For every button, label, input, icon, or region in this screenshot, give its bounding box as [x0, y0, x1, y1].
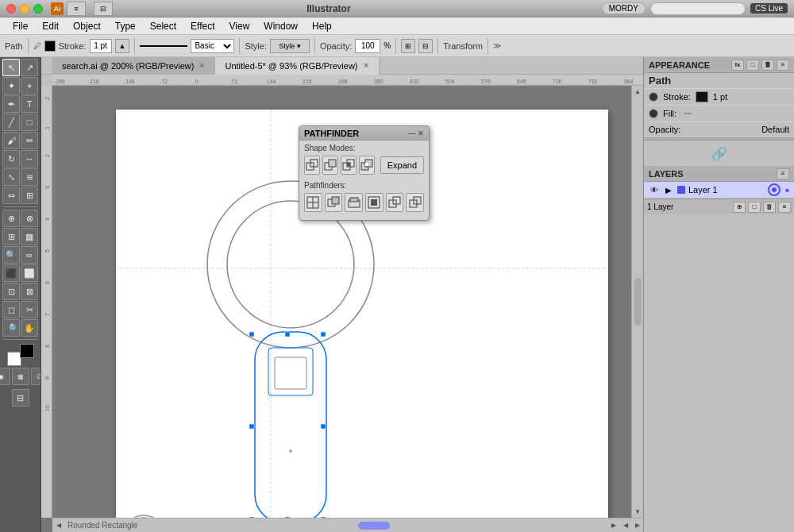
tool-pen[interactable]: ✒ — [2, 95, 20, 113]
tool-mesh[interactable]: ⊞ — [2, 228, 20, 245]
tool-hand[interactable]: ✋ — [21, 319, 38, 337]
stroke-weight-input[interactable] — [90, 39, 112, 53]
tool-live-paint[interactable]: ⬛ — [2, 264, 20, 282]
scroll-down-arrow[interactable]: ▼ — [632, 506, 644, 518]
cs-live-button[interactable]: CS Live — [750, 3, 788, 13]
stroke-weight-up[interactable]: ▲ — [115, 39, 130, 53]
unite-button[interactable] — [304, 156, 320, 175]
tab-untitled[interactable]: Untitled-5* @ 93% (RGB/Preview) ✕ — [215, 57, 379, 75]
exclude-button[interactable] — [359, 156, 375, 175]
layer-target-icon[interactable] — [768, 183, 781, 196]
menu-effect[interactable]: Effect — [184, 19, 221, 33]
minimize-button[interactable] — [20, 4, 29, 13]
fill-visibility-icon[interactable] — [649, 109, 658, 118]
tool-line[interactable]: ╱ — [2, 114, 20, 131]
outline-button[interactable] — [386, 193, 404, 212]
link-icon[interactable]: 🔗 — [711, 145, 727, 161]
tool-eyedropper[interactable]: 🔍 — [2, 246, 20, 264]
tool-gradient-mode[interactable]: ▦ — [12, 368, 29, 385]
menu-help[interactable]: Help — [306, 19, 338, 33]
scroll-page-up[interactable]: ▶ — [631, 519, 643, 531]
appearance-add-btn[interactable]: fx — [731, 60, 744, 71]
divide-button[interactable] — [304, 193, 322, 212]
menu-view[interactable]: View — [223, 19, 256, 33]
tool-warp[interactable]: ≋ — [21, 168, 38, 186]
tool-selection[interactable]: ↖ — [2, 59, 20, 76]
layer-options-btn[interactable]: ■ — [785, 187, 789, 194]
stroke-color-box[interactable] — [696, 91, 708, 102]
menu-edit[interactable]: Edit — [36, 19, 65, 33]
stroke-visibility-icon[interactable] — [649, 92, 658, 102]
tab-untitled-close[interactable]: ✕ — [363, 61, 369, 70]
delete-layer-btn[interactable]: 🗑 — [763, 202, 776, 213]
tab-search-close[interactable]: ✕ — [198, 61, 205, 70]
expand-button[interactable]: Expand — [380, 156, 424, 174]
stroke-color-swatch[interactable] — [44, 40, 56, 52]
tool-reflect[interactable]: ↔ — [21, 150, 38, 168]
appearance-trash-btn[interactable]: 🗑 — [761, 60, 774, 71]
new-layer-btn[interactable]: □ — [748, 202, 761, 213]
tab-search[interactable]: search.ai @ 200% (RGB/Preview) ✕ — [52, 57, 215, 75]
tool-magic-wand[interactable]: ✦ — [2, 77, 20, 94]
tool-live-paint-select[interactable]: ⬜ — [21, 264, 38, 282]
scroll-up-arrow[interactable]: ▲ — [632, 86, 644, 98]
tool-slice[interactable]: ⊠ — [21, 283, 38, 300]
menu-window[interactable]: Window — [257, 19, 304, 33]
tool-width[interactable]: ⇔ — [2, 187, 20, 204]
tool-rectangle[interactable]: □ — [21, 114, 38, 131]
tool-screen-mode[interactable]: ⊟ — [12, 389, 29, 407]
fill-dash-icon[interactable] — [681, 108, 694, 119]
stroke-color[interactable] — [20, 344, 34, 358]
style-select[interactable]: Style ▾ — [270, 39, 310, 53]
tool-zoom[interactable]: 🔎 — [2, 319, 20, 337]
panel-expand-icon[interactable]: ≫ — [493, 41, 501, 50]
tool-rotate[interactable]: ↻ — [2, 150, 20, 168]
menu-object[interactable]: Object — [67, 19, 107, 33]
layer-visibility-eye[interactable]: 👁 — [649, 184, 660, 195]
tool-lasso[interactable]: ⌖ — [21, 77, 38, 94]
tool-paintbrush[interactable]: 🖌 — [2, 132, 20, 149]
pathfinder-titlebar[interactable]: PATHFINDER — ✕ — [299, 126, 429, 141]
scroll-thumb-h[interactable] — [358, 522, 390, 530]
trim-button[interactable] — [325, 193, 343, 212]
tool-scissors[interactable]: ✂ — [21, 301, 38, 318]
menu-file[interactable]: File — [6, 19, 34, 33]
tool-perspective[interactable]: ⊗ — [21, 210, 38, 227]
tool-gradient[interactable]: ▦ — [21, 228, 38, 245]
tool-pencil[interactable]: ✏ — [21, 132, 38, 149]
canvas-viewport[interactable]: SOFTWARES ACADEMY PATHFINDER — ✕ Shape M… — [52, 86, 643, 518]
user-button[interactable]: MORDY — [602, 2, 646, 14]
close-button[interactable] — [6, 4, 16, 13]
scroll-thumb-v[interactable] — [634, 278, 642, 326]
menu-type[interactable]: Type — [109, 19, 142, 33]
tool-type[interactable]: T — [21, 95, 38, 113]
menu-select[interactable]: Select — [144, 19, 183, 33]
line-style-select[interactable]: Basic — [191, 39, 234, 53]
minus-front-button[interactable] — [322, 156, 338, 175]
tool-eraser[interactable]: ◻ — [2, 301, 20, 318]
tool-shape-builder[interactable]: ⊕ — [2, 210, 20, 227]
intersect-button[interactable] — [341, 156, 357, 175]
find-layer-btn[interactable]: ⊕ — [733, 202, 746, 213]
layer-1-row[interactable]: 👁 ▶ Layer 1 ■ — [644, 182, 794, 199]
tool-scale[interactable]: ⤡ — [2, 168, 20, 186]
scroll-track-h[interactable]: Rounded Rectangle — [64, 521, 607, 530]
tool-direct-selection[interactable]: ↗ — [21, 59, 38, 76]
crop-button[interactable] — [365, 193, 384, 212]
scroll-left-arrow[interactable]: ◀ — [52, 519, 64, 531]
tool-artboard[interactable]: ⊡ — [2, 283, 20, 300]
tool-color-mode[interactable]: ◉ — [0, 368, 10, 385]
align-btn[interactable]: ⊞ — [401, 39, 415, 53]
pathfinder-close-button[interactable]: — ✕ — [408, 129, 424, 137]
tool-none-mode[interactable]: ∅ — [31, 368, 42, 385]
appearance-new-btn[interactable]: □ — [746, 60, 759, 71]
tool-free-transform[interactable]: ⊞ — [21, 187, 38, 204]
scroll-right-arrow[interactable]: ▶ — [607, 519, 619, 531]
opacity-input[interactable] — [355, 39, 380, 53]
distribute-btn[interactable]: ⊟ — [418, 39, 433, 53]
layers-options-btn[interactable]: ≡ — [778, 202, 791, 213]
search-input[interactable] — [650, 2, 746, 15]
maximize-button[interactable] — [33, 4, 43, 13]
tool-blend[interactable]: ∞ — [21, 246, 38, 264]
scroll-track-v[interactable] — [634, 98, 642, 506]
